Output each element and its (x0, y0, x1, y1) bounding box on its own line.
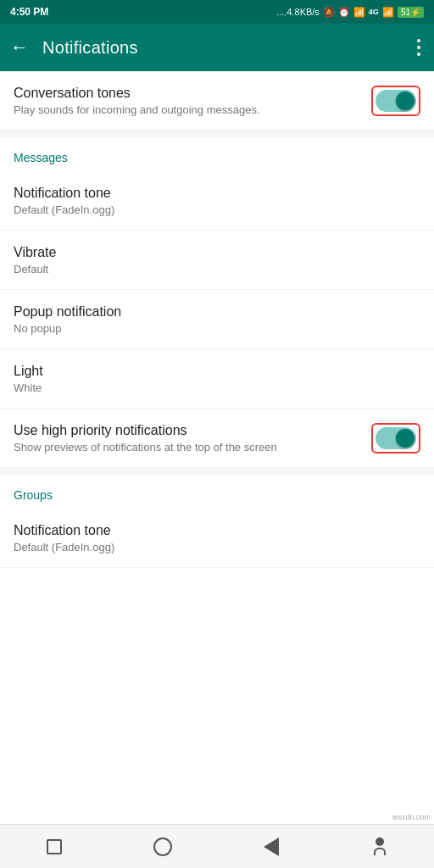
setting-text: Popup notification No popup (14, 304, 420, 335)
status-bar: 4:50 PM ....4.8KB/s 🔕 ⏰ 📶 4G 📶 51 ⚡ (0, 0, 434, 24)
groups-section-header: Groups (0, 475, 434, 509)
menu-dot (417, 46, 420, 49)
setting-title: Conversation tones (14, 86, 371, 101)
toggle-thumb (396, 92, 415, 110)
watermark: wsxdn.com (392, 813, 431, 821)
setting-subtitle: Play sounds for incoming and outgoing me… (14, 103, 371, 116)
bottom-nav (0, 824, 434, 868)
conversation-tones-toggle[interactable] (376, 90, 416, 112)
section-divider-groups (0, 468, 434, 475)
app-bar: ← Notifications (0, 24, 434, 71)
setting-subtitle: Default (FadeIn.ogg) (14, 541, 420, 554)
status-time: 4:50 PM (10, 6, 48, 18)
setting-popup-notification[interactable]: Popup notification No popup (0, 290, 434, 349)
nav-back[interactable] (217, 825, 326, 868)
menu-dot (417, 53, 420, 56)
setting-title: Notification tone (14, 186, 420, 201)
setting-subtitle: No popup (14, 322, 420, 335)
home-icon (153, 837, 172, 856)
nav-recent-apps[interactable] (0, 825, 108, 868)
signal-icon2: 📶 (382, 7, 394, 18)
setting-title: Light (14, 364, 420, 379)
setting-groups-notification-tone[interactable]: Notification tone Default (FadeIn.ogg) (0, 509, 434, 568)
high-priority-toggle[interactable] (376, 427, 416, 449)
setting-title: Popup notification (14, 304, 420, 320)
toggle-thumb (396, 429, 415, 448)
alarm-icon: ⏰ (338, 7, 350, 18)
section-divider (0, 131, 434, 137)
battery-icon: 51 ⚡ (398, 7, 424, 18)
setting-text: Use high priority notifications Show pre… (14, 423, 371, 453)
silent-icon: 🔕 (323, 7, 335, 18)
messages-section-header: Messages (0, 137, 434, 171)
setting-subtitle: Default (FadeIn.ogg) (14, 203, 420, 216)
overflow-menu-button[interactable] (414, 36, 424, 59)
nav-home[interactable] (108, 825, 217, 868)
person-body (374, 848, 386, 855)
menu-dot (417, 39, 420, 42)
setting-text: Notification tone Default (FadeIn.ogg) (14, 186, 420, 216)
page-title: Notifications (42, 38, 414, 58)
setting-title: Vibrate (14, 245, 420, 260)
back-button[interactable]: ← (10, 36, 29, 58)
network-speed: ....4.8KB/s (276, 7, 320, 17)
setting-conversation-tones[interactable]: Conversation tones Play sounds for incom… (0, 71, 434, 131)
nav-person[interactable] (326, 825, 434, 868)
setting-text: Light White (14, 364, 420, 394)
setting-subtitle: Show previews of notifications at the to… (14, 441, 371, 453)
settings-content: Conversation tones Play sounds for incom… (0, 71, 434, 612)
signal-icon: 📶 (353, 7, 365, 18)
setting-text: Conversation tones Play sounds for incom… (14, 86, 371, 116)
setting-title: Use high priority notifications (14, 423, 371, 438)
person-icon (374, 837, 386, 855)
setting-light[interactable]: Light White (0, 349, 434, 409)
status-icons: ....4.8KB/s 🔕 ⏰ 📶 4G 📶 51 ⚡ (276, 7, 424, 18)
back-icon (264, 837, 279, 856)
conversation-tones-toggle-wrapper (371, 86, 420, 116)
high-priority-toggle-wrapper (371, 423, 420, 453)
setting-text: Vibrate Default (14, 245, 420, 275)
setting-high-priority[interactable]: Use high priority notifications Show pre… (0, 409, 434, 468)
setting-title: Notification tone (14, 523, 420, 538)
setting-subtitle: White (14, 381, 420, 394)
setting-text: Notification tone Default (FadeIn.ogg) (14, 523, 420, 554)
lte-icon: 4G (369, 8, 379, 16)
recent-apps-icon (47, 839, 62, 854)
setting-subtitle: Default (14, 263, 420, 275)
setting-vibrate[interactable]: Vibrate Default (0, 231, 434, 290)
person-head (376, 837, 384, 846)
setting-notification-tone[interactable]: Notification tone Default (FadeIn.ogg) (0, 171, 434, 231)
